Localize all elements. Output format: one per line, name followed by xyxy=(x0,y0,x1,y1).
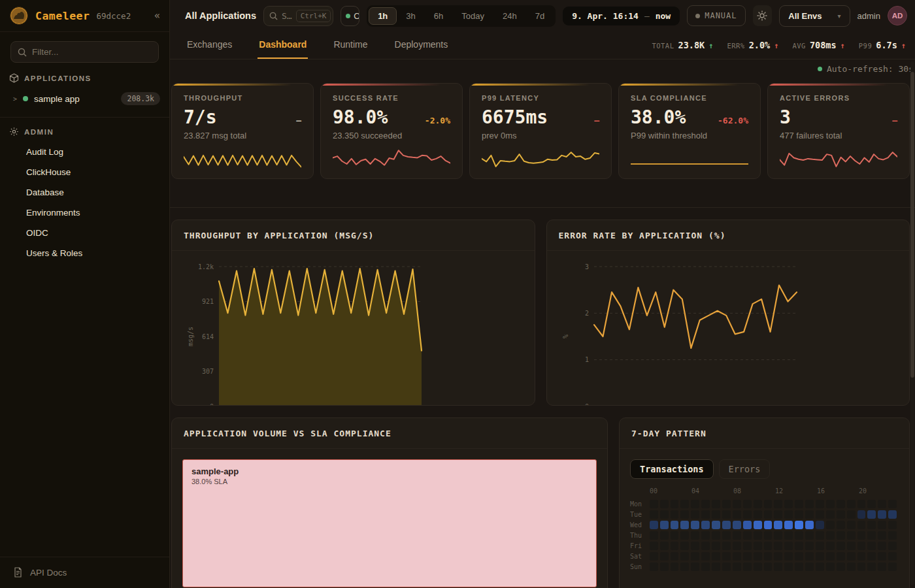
tab-dashboard[interactable]: Dashboard xyxy=(258,31,308,59)
heatmap-cell xyxy=(691,531,699,540)
heatmap-cell xyxy=(712,542,720,550)
datetime-range[interactable]: 9. Apr. 16:14 – now xyxy=(563,7,680,25)
kpi-value-row: 6675ms– xyxy=(482,106,599,128)
sun-icon xyxy=(757,10,767,21)
heatmap-tab-errors[interactable]: Errors xyxy=(719,459,771,479)
auto-refresh-row: Auto-refresh: 30s xyxy=(170,61,915,76)
heatmap-cell xyxy=(764,500,773,508)
heatmap-cell xyxy=(805,500,814,508)
heatmap-cell xyxy=(888,552,897,561)
document-icon xyxy=(13,567,23,578)
time-range-3h[interactable]: 3h xyxy=(397,7,424,25)
svg-text:2: 2 xyxy=(584,310,588,317)
heatmap-cell xyxy=(816,563,824,571)
svg-text:1.2k: 1.2k xyxy=(198,263,214,270)
heatmap-cell xyxy=(660,510,669,519)
heatmap-cell xyxy=(680,510,689,519)
heatmap-cell xyxy=(784,563,793,571)
heatmap-cell xyxy=(691,521,699,529)
heatmap-cell xyxy=(712,510,720,519)
sidebar-item-audit-log[interactable]: Audit Log xyxy=(0,142,169,162)
tab-exchanges[interactable]: Exchanges xyxy=(186,31,233,59)
heatmap-cell xyxy=(671,521,679,529)
heatmap-cell xyxy=(701,542,710,550)
topbar: All Applications S… Ctrl+K O 1h3h6hToday… xyxy=(170,0,915,31)
time-range-24h[interactable]: 24h xyxy=(493,7,526,25)
heatmap-cell xyxy=(764,563,773,571)
time-range-group: 1h3h6hToday24h7d xyxy=(367,5,556,27)
time-range-7d[interactable]: 7d xyxy=(526,7,554,25)
avatar[interactable]: AD xyxy=(888,6,907,25)
heatmap-cell xyxy=(837,521,845,529)
heatmap-cell xyxy=(754,531,762,540)
stat-p99: P996.7s↑ xyxy=(859,40,906,50)
heatmap-cell xyxy=(743,510,752,519)
treemap-cell-sample-app[interactable]: sample-app 38.0% SLA xyxy=(182,459,597,587)
bottom-row: APPLICATION VOLUME VS SLA COMPLIANCE sam… xyxy=(171,417,910,588)
heatmap-cell xyxy=(878,521,886,529)
heatmap-cell xyxy=(805,510,814,519)
day-label: Mon xyxy=(630,500,650,508)
heatmap-row-wed: Wed xyxy=(630,521,899,529)
kpi-delta: -62.0% xyxy=(718,116,748,125)
svg-text:0: 0 xyxy=(584,403,588,406)
heatmap-cell xyxy=(764,542,773,550)
sidebar-item-api-docs[interactable]: API Docs xyxy=(0,557,169,588)
environments-dropdown[interactable]: All Envs ▾ xyxy=(779,5,850,27)
heatmap-cell xyxy=(733,521,741,529)
heatmap-cell xyxy=(671,563,679,571)
tabs: ExchangesDashboardRuntimeDeployments xyxy=(186,31,473,59)
sidebar-item-users-roles[interactable]: Users & Roles xyxy=(0,243,169,263)
svg-text:307: 307 xyxy=(202,368,214,375)
sidebar-item-sample-app[interactable]: > sample app 208.3k xyxy=(0,88,169,109)
treemap-sla-value: 38.0% SLA xyxy=(191,478,588,485)
chart-title: ERROR RATE BY APPLICATION (%) xyxy=(559,231,726,240)
heatmap-cell xyxy=(867,563,876,571)
stat-total: TOTAL23.8K↑ xyxy=(652,40,713,50)
sidebar-item-environments[interactable]: Environments xyxy=(0,203,169,223)
heatmap-cell xyxy=(795,510,803,519)
chart-title: THROUGHPUT BY APPLICATION (MSG/S) xyxy=(184,231,374,240)
time-range-1h[interactable]: 1h xyxy=(369,7,397,25)
heatmap-cell xyxy=(857,521,866,529)
manual-mode-button[interactable]: MANUAL xyxy=(687,5,745,26)
heatmap-cell xyxy=(680,542,689,550)
heatmap-cell xyxy=(867,521,876,529)
card-header: 7-DAY PATTERN xyxy=(620,418,909,449)
scrollbar-thumb[interactable] xyxy=(910,72,914,378)
chevron-right-icon[interactable]: > xyxy=(13,95,17,103)
tab-runtime[interactable]: Runtime xyxy=(332,31,369,59)
sidebar-item-oidc[interactable]: OIDC xyxy=(0,223,169,243)
kpi-value-row: 98.0%-2.0% xyxy=(333,106,450,128)
summary-stats: TOTAL23.8K↑ERR%2.0%↑AVG708ms↑P996.7s↑ xyxy=(652,31,908,59)
kpi-value: 7/s xyxy=(184,106,217,128)
heatmap-cell xyxy=(743,531,752,540)
sidebar-collapse-button[interactable]: « xyxy=(154,10,160,22)
heatmap-cell xyxy=(722,510,731,519)
kpi-accent-bar xyxy=(172,84,313,86)
theme-toggle-button[interactable] xyxy=(753,5,773,26)
kpi-sparkline xyxy=(631,146,748,169)
time-range-today[interactable]: Today xyxy=(452,7,493,25)
heatmap-cell xyxy=(784,500,793,508)
tab-deployments[interactable]: Deployments xyxy=(393,31,450,59)
sidebar-item-clickhouse[interactable]: ClickHouse xyxy=(0,162,169,182)
time-range-6h[interactable]: 6h xyxy=(425,7,452,25)
package-icon xyxy=(9,73,19,83)
kpi-sparkline xyxy=(482,146,599,169)
sidebar-item-database[interactable]: Database xyxy=(0,182,169,203)
online-status-chip[interactable]: O xyxy=(341,6,359,26)
online-status-dot xyxy=(346,14,350,18)
username-label: admin xyxy=(857,11,880,21)
main-area: All Applications S… Ctrl+K O 1h3h6hToday… xyxy=(170,0,915,588)
search-input[interactable]: S… Ctrl+K xyxy=(263,6,333,26)
heatmap-cell xyxy=(660,563,669,571)
sla-treemap-card: APPLICATION VOLUME VS SLA COMPLIANCE sam… xyxy=(171,417,608,588)
heatmap-cell xyxy=(671,531,679,540)
app-status-dot xyxy=(23,96,28,101)
kpi-card-sla-compliance: SLA COMPLIANCE38.0%-62.0%P99 within thre… xyxy=(618,83,761,179)
sidebar-filter-input[interactable]: Filter... xyxy=(10,41,159,63)
kpi-value: 98.0% xyxy=(333,106,388,128)
heatmap-tab-transactions[interactable]: Transactions xyxy=(630,459,714,479)
heatmap-cell xyxy=(680,552,689,561)
